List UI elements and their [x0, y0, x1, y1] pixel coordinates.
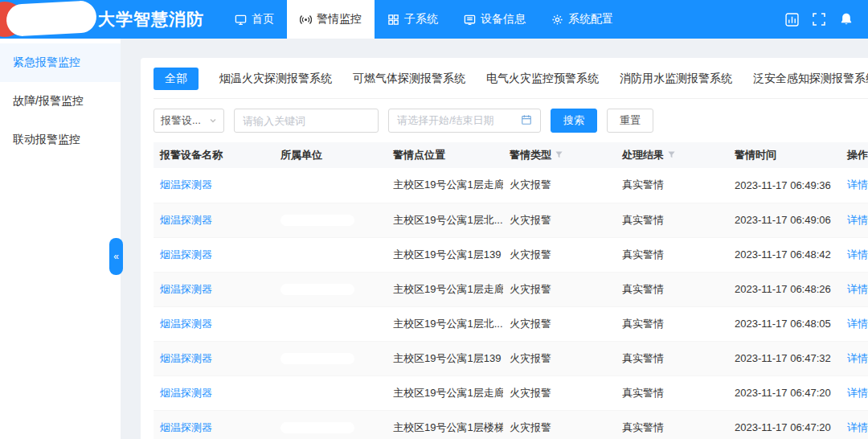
table-row: 烟温探测器 主校区19号公寓1层走廊4 火灾报警 真实警情 2023-11-17…	[154, 168, 868, 203]
location-cell: 主校区19号公寓1层走廊4	[387, 168, 503, 203]
result-cell: 真实警情	[616, 168, 728, 203]
redacted-unit	[280, 318, 354, 330]
detail-link[interactable]: 详情	[847, 248, 868, 261]
date-range-input[interactable]: 请选择开始/结束日期	[388, 109, 541, 133]
search-button[interactable]: 搜索	[551, 109, 597, 133]
nav-item-alarm-monitor[interactable]: 警情监控	[287, 0, 375, 39]
nav-item-device-info[interactable]: 设备信息	[451, 0, 538, 39]
result-cell: 真实警情	[616, 375, 728, 410]
nav-item-home[interactable]: 首页	[222, 0, 287, 39]
result-cell: 真实警情	[616, 306, 728, 341]
keyword-input[interactable]	[234, 109, 379, 133]
detail-link[interactable]: 详情	[847, 318, 868, 330]
sidebar-collapse-handle[interactable]: «	[109, 238, 123, 275]
topbar-actions	[785, 12, 868, 27]
select-value: 报警设...	[161, 113, 201, 128]
table-row: 烟温探测器 主校区19号公寓1层139 火灾报警 真实警情 2023-11-17…	[154, 237, 868, 272]
redacted-unit	[280, 180, 354, 191]
location-cell: 主校区19号公寓1层北...	[387, 306, 503, 341]
redacted-unit	[280, 388, 354, 399]
redacted-unit	[280, 284, 354, 295]
system-tabs: 全部 烟温火灾探测报警系统 可燃气体探测报警系统 电气火灾监控预警系统 消防用水…	[154, 66, 868, 99]
device-name-link[interactable]: 烟温探测器	[160, 421, 212, 433]
dashboard-icon[interactable]	[785, 13, 799, 27]
sidebar-item-linkage-alarm[interactable]: 联动报警监控	[0, 121, 121, 159]
unit-cell	[274, 237, 387, 272]
unit-cell	[274, 341, 387, 375]
result-cell: 真实警情	[616, 237, 728, 272]
header-result: 处理结果	[616, 142, 728, 168]
time-cell: 2023-11-17 06:48:42	[728, 237, 841, 272]
unit-cell	[274, 306, 387, 341]
device-name-link[interactable]: 烟温探测器	[160, 214, 212, 226]
alarm-type-cell: 火灾报警	[503, 237, 616, 272]
table-row: 烟温探测器 主校区19号公寓1层北... 火灾报警 真实警情 2023-11-1…	[154, 203, 868, 237]
filter-bar: 报警设... 请选择开始/结束日期 搜索 重置	[154, 109, 868, 133]
result-cell: 真实警情	[616, 410, 728, 439]
location-cell: 主校区19号公寓1层北...	[387, 203, 503, 237]
alarm-type-cell: 火灾报警	[503, 410, 616, 439]
sidebar-item-fault-alarm[interactable]: 故障/报警监控	[0, 82, 121, 121]
tab-smoke-temp-fire-system[interactable]: 烟温火灾探测报警系统	[219, 72, 332, 86]
main-card: 全部 烟温火灾探测报警系统 可燃气体探测报警系统 电气火灾监控预警系统 消防用水…	[141, 58, 868, 439]
filter-icon[interactable]	[667, 150, 676, 162]
detail-link[interactable]: 详情	[847, 421, 868, 433]
redacted-logo	[6, 0, 97, 37]
detail-link[interactable]: 详情	[847, 387, 868, 399]
time-cell: 2023-11-17 06:47:20	[728, 410, 841, 439]
header-unit: 所属单位	[274, 142, 387, 168]
alarm-type-cell: 火灾报警	[503, 375, 616, 410]
tab-combustible-gas-system[interactable]: 可燃气体探测报警系统	[353, 72, 465, 86]
alarm-monitor-icon	[300, 14, 312, 26]
device-name-link[interactable]: 烟温探测器	[160, 387, 212, 399]
unit-cell	[274, 203, 387, 237]
tab-electrical-fire-system[interactable]: 电气火灾监控预警系统	[486, 72, 599, 86]
device-name-link[interactable]: 烟温探测器	[160, 248, 212, 261]
time-cell: 2023-11-17 06:49:06	[728, 203, 841, 237]
device-name-link[interactable]: 烟温探测器	[160, 352, 212, 364]
bell-icon[interactable]	[839, 12, 854, 27]
time-cell: 2023-11-17 06:47:32	[728, 341, 841, 375]
fullscreen-icon[interactable]	[813, 13, 825, 26]
tab-all[interactable]: 全部	[154, 68, 199, 90]
location-cell: 主校区19号公寓1层139	[387, 237, 503, 272]
detail-link[interactable]: 详情	[847, 283, 868, 295]
filter-icon[interactable]	[555, 150, 563, 162]
device-name-link[interactable]: 烟温探测器	[160, 318, 212, 330]
nav-item-subsystem[interactable]: 子系统	[375, 0, 451, 39]
header-label: 处理结果	[622, 149, 664, 161]
alarm-type-cell: 火灾报警	[503, 341, 616, 375]
alarm-type-cell: 火灾报警	[503, 168, 616, 203]
location-cell: 主校区19号公寓1层走廊4	[387, 272, 503, 306]
result-cell: 真实警情	[616, 203, 728, 237]
sidebar: 紧急报警监控 故障/报警监控 联动报警监控	[0, 39, 121, 439]
tab-pan-safety-system[interactable]: 泛安全感知探测报警系统	[753, 72, 868, 86]
redacted-unit	[280, 249, 354, 261]
device-info-icon	[464, 14, 476, 26]
home-icon	[235, 14, 247, 26]
header-time: 警情时间	[728, 142, 841, 168]
detail-link[interactable]: 详情	[847, 214, 868, 226]
location-cell: 主校区19号公寓1层楼梯3	[387, 410, 503, 439]
tab-fire-water-system[interactable]: 消防用水监测报警系统	[620, 72, 732, 86]
header-actions: 操作	[841, 142, 868, 168]
table-row: 烟温探测器 主校区19号公寓1层楼梯3 火灾报警 真实警情 2023-11-17…	[154, 410, 868, 439]
table-row: 烟温探测器 主校区19号公寓1层139 火灾报警 真实警情 2023-11-17…	[154, 341, 868, 375]
nav-item-system-config[interactable]: 系统配置	[538, 0, 626, 39]
header-device-name: 报警设备名称	[154, 142, 274, 168]
sidebar-item-emergency-alarm[interactable]: 紧急报警监控	[0, 43, 121, 82]
time-cell: 2023-11-17 06:47:20	[728, 375, 841, 410]
unit-cell	[274, 272, 387, 306]
device-name-link[interactable]: 烟温探测器	[160, 283, 212, 295]
topbar: 大学智慧消防 首页 警情监控 子系统 设备信息	[0, 0, 868, 39]
nav-item-label: 系统配置	[568, 12, 613, 27]
device-name-link[interactable]: 烟温探测器	[160, 178, 212, 191]
alarm-table: 报警设备名称 所属单位 警情点位置 警情类型 处理结果 警情时间 操作 烟温探测…	[154, 142, 868, 439]
subsystem-icon	[387, 14, 399, 26]
detail-link[interactable]: 详情	[847, 178, 868, 191]
nav-item-label: 警情监控	[317, 12, 362, 27]
table-body: 烟温探测器 主校区19号公寓1层走廊4 火灾报警 真实警情 2023-11-17…	[154, 168, 868, 439]
alarm-device-select[interactable]: 报警设...	[154, 109, 224, 133]
reset-button[interactable]: 重置	[607, 109, 653, 133]
detail-link[interactable]: 详情	[847, 352, 868, 364]
